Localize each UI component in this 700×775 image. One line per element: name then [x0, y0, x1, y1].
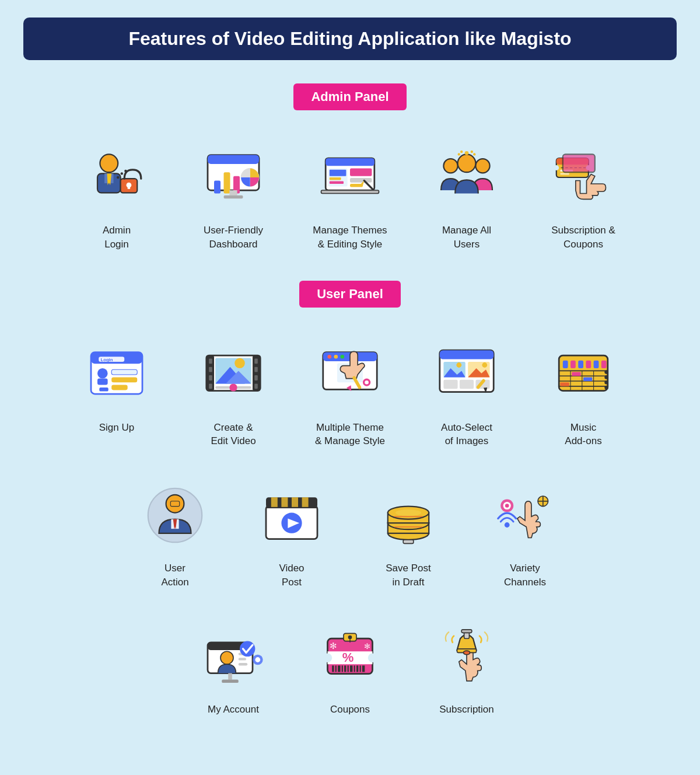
manage-themes-icon [312, 139, 388, 215]
feature-dashboard: User-FriendlyDashboard [181, 139, 286, 252]
user-panel-row1: Login Sign Up [23, 337, 677, 449]
svg-point-7 [121, 172, 123, 174]
svg-point-30 [443, 159, 457, 173]
svg-rect-166 [342, 665, 343, 672]
svg-rect-99 [578, 360, 583, 368]
svg-rect-51 [97, 378, 108, 385]
svg-rect-102 [601, 360, 607, 368]
svg-point-9 [124, 170, 127, 172]
svg-rect-54 [111, 385, 128, 390]
svg-rect-27 [321, 190, 379, 194]
svg-rect-59 [209, 366, 212, 372]
svg-rect-12 [214, 181, 220, 194]
subscription-label: Subscription [439, 703, 494, 717]
svg-point-8 [117, 176, 119, 179]
svg-rect-21 [330, 170, 346, 176]
user-action-icon [137, 477, 213, 553]
auto-select-icon [429, 337, 505, 413]
svg-rect-152 [239, 663, 247, 665]
svg-rect-91 [443, 379, 457, 388]
svg-point-180 [464, 651, 470, 655]
svg-rect-53 [111, 377, 137, 382]
variety-channels-icon [487, 477, 563, 553]
svg-rect-63 [254, 358, 258, 364]
svg-point-50 [97, 368, 108, 379]
svg-point-114 [604, 375, 608, 379]
svg-point-76 [334, 354, 338, 358]
svg-rect-92 [460, 379, 474, 388]
svg-point-0 [100, 154, 118, 172]
feature-coupons: % ✻ ✻ [298, 619, 402, 717]
svg-rect-13 [224, 172, 230, 193]
feature-video-post: VideoPost [239, 477, 344, 589]
feature-multiple-theme: Multiple Theme& Manage Style [298, 337, 402, 449]
admin-login-label: AdminLogin [103, 224, 131, 252]
svg-point-90 [482, 362, 487, 368]
save-draft-icon [370, 477, 446, 553]
svg-rect-163 [332, 665, 334, 672]
svg-rect-110 [572, 372, 580, 376]
feature-variety-channels: VarietyChannels [473, 477, 578, 589]
svg-rect-84 [440, 350, 494, 359]
feature-create-edit-video: Create &Edit Video [181, 337, 286, 449]
svg-point-115 [604, 380, 608, 384]
create-edit-video-icon [195, 337, 271, 413]
svg-rect-98 [570, 360, 576, 368]
svg-rect-100 [586, 360, 591, 368]
svg-point-175 [368, 653, 377, 662]
svg-text:✻: ✻ [330, 641, 337, 651]
svg-point-75 [328, 354, 332, 358]
svg-point-37 [458, 153, 460, 155]
svg-rect-101 [594, 360, 599, 368]
dashboard-label: User-FriendlyDashboard [204, 224, 263, 252]
svg-point-35 [460, 151, 463, 153]
my-account-icon [195, 619, 271, 694]
feature-user-action: UserAction [123, 477, 228, 589]
feature-save-draft: Save Postin Draft [356, 477, 461, 589]
svg-point-31 [475, 159, 489, 173]
svg-rect-172 [360, 665, 361, 672]
dashboard-icon [195, 139, 271, 215]
svg-point-70 [235, 358, 245, 368]
my-account-label: My Account [208, 703, 259, 717]
create-edit-video-label: Create &Edit Video [211, 421, 256, 449]
svg-rect-25 [350, 178, 372, 183]
svg-rect-127 [281, 497, 288, 508]
svg-point-41 [554, 165, 559, 170]
svg-rect-165 [338, 665, 340, 672]
svg-rect-16 [229, 190, 237, 196]
svg-point-113 [604, 370, 608, 374]
svg-rect-138 [403, 540, 414, 544]
svg-rect-55 [99, 388, 108, 392]
svg-rect-173 [362, 665, 365, 672]
svg-rect-24 [350, 169, 372, 176]
admin-panel-badge: Admin Panel [293, 83, 406, 110]
svg-rect-169 [350, 665, 352, 672]
video-post-label: VideoPost [279, 561, 304, 589]
svg-rect-52 [111, 369, 137, 375]
user-panel-row3: My Account % ✻ ✻ [23, 619, 677, 717]
user-panel-row2: UserAction VideoPost [23, 477, 677, 589]
svg-rect-23 [330, 181, 344, 184]
svg-point-139 [396, 509, 421, 516]
feature-subscription: Subscription [414, 619, 519, 717]
svg-rect-164 [335, 665, 337, 672]
svg-point-142 [505, 504, 509, 508]
feature-manage-themes: Manage Themes& Editing Style [298, 139, 402, 252]
variety-channels-label: VarietyChannels [504, 561, 546, 589]
svg-rect-153 [228, 673, 232, 679]
video-post-icon [254, 477, 330, 553]
svg-rect-129 [302, 497, 309, 508]
svg-rect-22 [330, 177, 341, 180]
multiple-theme-icon [312, 337, 388, 413]
svg-rect-126 [271, 497, 278, 508]
svg-rect-97 [563, 360, 568, 368]
svg-rect-66 [254, 383, 258, 389]
svg-point-149 [220, 651, 233, 664]
admin-login-icon [79, 139, 155, 215]
coupons-icon: % ✻ ✻ [312, 619, 388, 694]
svg-rect-65 [254, 375, 258, 380]
svg-point-36 [473, 153, 475, 155]
feature-my-account: My Account [181, 619, 286, 717]
svg-rect-19 [326, 158, 374, 166]
